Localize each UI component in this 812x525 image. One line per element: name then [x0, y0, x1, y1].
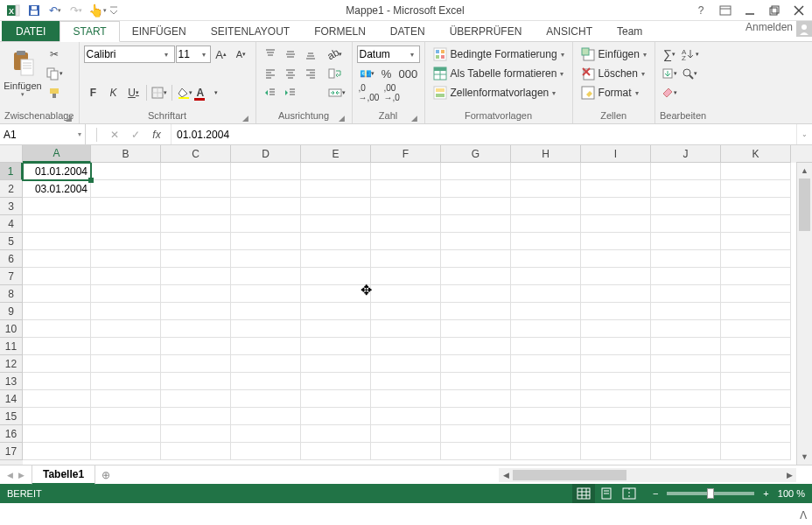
cell[interactable]	[511, 180, 581, 198]
cell[interactable]	[91, 390, 161, 408]
cell[interactable]	[301, 408, 371, 425]
row-header[interactable]: 14	[0, 390, 23, 408]
cell[interactable]	[371, 443, 441, 460]
column-header[interactable]: A	[23, 145, 91, 163]
column-header[interactable]: E	[301, 145, 371, 163]
cell[interactable]	[161, 373, 231, 390]
number-format-input[interactable]	[360, 48, 407, 60]
fill-icon[interactable]: ▾	[660, 64, 679, 83]
cell[interactable]	[721, 268, 791, 285]
cell[interactable]	[581, 338, 651, 355]
orientation-icon[interactable]: ab▾	[326, 45, 345, 64]
horizontal-scrollbar[interactable]: ◀ ▶	[499, 468, 796, 482]
cell[interactable]	[721, 163, 791, 180]
scroll-thumb[interactable]	[799, 178, 810, 231]
column-header[interactable]: I	[581, 145, 651, 163]
insert-cells-button[interactable]: Einfügen▾	[578, 45, 650, 64]
formula-input-zone[interactable]	[172, 124, 796, 144]
cell[interactable]	[91, 250, 161, 268]
cell[interactable]	[511, 338, 581, 355]
formula-input[interactable]	[177, 129, 791, 141]
cell[interactable]	[721, 198, 791, 215]
chevron-down-icon[interactable]: ▾	[78, 130, 81, 138]
cell[interactable]	[301, 250, 371, 268]
cell[interactable]	[651, 250, 721, 268]
cell[interactable]	[511, 373, 581, 390]
cell[interactable]	[23, 268, 91, 285]
cell[interactable]	[161, 390, 231, 408]
cell[interactable]	[651, 425, 721, 443]
launcher-icon[interactable]: ◢	[241, 112, 251, 122]
cell[interactable]	[161, 320, 231, 338]
scroll-right-icon[interactable]: ▶	[782, 471, 796, 480]
cell[interactable]	[721, 320, 791, 338]
cell[interactable]	[231, 320, 301, 338]
cell[interactable]	[23, 373, 91, 390]
cell[interactable]: 03.01.2004	[23, 180, 91, 198]
cell[interactable]	[161, 163, 231, 180]
cell[interactable]	[651, 303, 721, 320]
increase-indent-icon[interactable]	[281, 83, 300, 102]
format-painter-icon[interactable]	[44, 83, 65, 102]
tab-pagelayout[interactable]: SEITENLAYOUT	[199, 21, 302, 41]
cell[interactable]	[511, 198, 581, 215]
cell[interactable]	[511, 268, 581, 285]
cell[interactable]	[23, 390, 91, 408]
cell[interactable]	[231, 425, 301, 443]
column-header[interactable]: F	[371, 145, 441, 163]
fill-color-icon[interactable]: ▾	[175, 83, 194, 102]
cell[interactable]	[371, 408, 441, 425]
cell[interactable]	[161, 408, 231, 425]
restore-icon[interactable]	[765, 3, 784, 18]
cell[interactable]	[231, 285, 301, 303]
cell[interactable]	[161, 180, 231, 198]
cell[interactable]: 01.01.2004	[23, 163, 91, 180]
align-left-icon[interactable]	[261, 64, 280, 83]
cell[interactable]	[441, 425, 511, 443]
cell[interactable]	[161, 285, 231, 303]
cell[interactable]	[511, 425, 581, 443]
merge-center-icon[interactable]: ▾	[326, 83, 347, 102]
help-icon[interactable]: ?	[691, 3, 710, 18]
column-header[interactable]: J	[651, 145, 721, 163]
cell[interactable]	[441, 285, 511, 303]
shrink-font-icon[interactable]: A▾	[232, 45, 251, 64]
decrease-indent-icon[interactable]	[261, 83, 280, 102]
cell[interactable]	[651, 373, 721, 390]
bold-button[interactable]: F	[84, 83, 103, 102]
cell[interactable]	[651, 443, 721, 460]
cell[interactable]	[23, 355, 91, 373]
cell[interactable]	[371, 338, 441, 355]
cell[interactable]	[721, 443, 791, 460]
cell[interactable]	[371, 303, 441, 320]
cell[interactable]	[91, 303, 161, 320]
cell[interactable]	[23, 285, 91, 303]
font-name-combo[interactable]: ▾	[84, 46, 175, 63]
cell[interactable]	[721, 285, 791, 303]
cell[interactable]	[161, 233, 231, 250]
sort-filter-icon[interactable]: AZ▾	[680, 45, 701, 64]
row-header[interactable]: 9	[0, 303, 23, 320]
cell[interactable]	[651, 390, 721, 408]
cell[interactable]	[441, 215, 511, 233]
cell[interactable]	[231, 215, 301, 233]
qat-customize-icon[interactable]	[108, 2, 119, 19]
row-header[interactable]: 13	[0, 373, 23, 390]
cell[interactable]	[651, 355, 721, 373]
cell[interactable]	[371, 425, 441, 443]
save-icon[interactable]	[24, 2, 44, 19]
redo-icon[interactable]: ↷▾	[66, 2, 86, 19]
cell[interactable]	[161, 355, 231, 373]
cell[interactable]	[441, 443, 511, 460]
cell[interactable]	[441, 355, 511, 373]
cell[interactable]	[23, 250, 91, 268]
sheet-next-icon[interactable]: ▶	[18, 471, 24, 480]
tab-insert[interactable]: EINFÜGEN	[120, 21, 199, 41]
cell[interactable]	[91, 163, 161, 180]
tab-team[interactable]: Team	[605, 21, 654, 41]
select-all-corner[interactable]	[0, 145, 23, 163]
tab-formulas[interactable]: FORMELN	[302, 21, 378, 41]
cell[interactable]	[511, 390, 581, 408]
cell[interactable]	[721, 373, 791, 390]
clear-icon[interactable]: ▾	[660, 83, 679, 102]
